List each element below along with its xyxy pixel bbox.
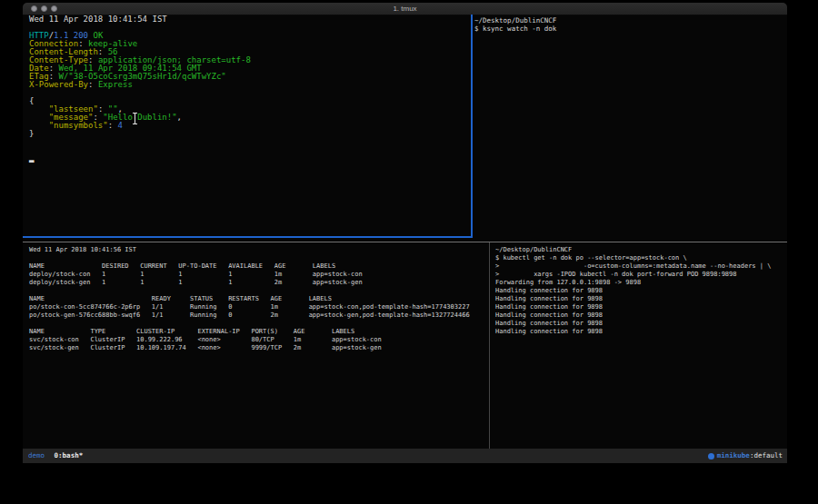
- terminal-line: Handling connection for 9898: [495, 295, 784, 303]
- terminal-line: Handling connection for 9898: [495, 303, 784, 311]
- terminal-line: [29, 287, 489, 295]
- terminal-line: po/stock-con-5cc874766c-2p6rp 1/1 Runnin…: [29, 303, 489, 311]
- kubernetes-icon: [708, 453, 714, 460]
- terminal-line: deploy/stock-con 1 1 1 1 1m app=stock-co…: [29, 271, 489, 279]
- status-right: minikube :default: [708, 449, 783, 463]
- mouse-ibeam-cursor: [132, 113, 138, 124]
- split-divider-horizontal[interactable]: [23, 242, 787, 242]
- status-left: demo 0:bash*: [28, 449, 83, 463]
- active-pane-divider-vertical[interactable]: [471, 15, 473, 236]
- terminal-line: $ kubectl get -n dok po --selector=app=s…: [495, 254, 784, 262]
- terminal-line: > xargs -IPOD kubectl -n dok port-forwar…: [495, 271, 784, 279]
- terminal-line: po/stock-gen-576cc688bb-swqf6 1/1 Runnin…: [29, 311, 489, 320]
- terminal-line: Handling connection for 9898: [495, 287, 784, 295]
- pane-port-forward[interactable]: ~/Desktop/DublinCNCF$ kubectl get -n dok…: [495, 246, 784, 336]
- terminal-line: "numsymbols": 4: [29, 122, 471, 130]
- pane-http-response[interactable]: Wed 11 Apr 2018 10:41:54 IST HTTP/1.1 20…: [29, 15, 471, 163]
- terminal-line: [29, 146, 471, 154]
- terminal-line: ~/Desktop/DublinCNCF: [474, 16, 783, 25]
- kube-namespace: :default: [750, 449, 783, 463]
- terminal-line: NAME READY STATUS RESTARTS AGE LABELS: [29, 295, 489, 303]
- split-divider-vertical[interactable]: [489, 242, 490, 449]
- terminal-line: ▂: [29, 154, 471, 163]
- terminal-line: [29, 320, 489, 328]
- window-titlebar[interactable]: 1. tmux: [23, 3, 787, 15]
- terminal-window: 1. tmux Wed 11 Apr 2018 10:41:54 IST HTT…: [23, 3, 787, 463]
- terminal-line: ~/Desktop/DublinCNCF: [495, 246, 784, 254]
- terminal-line: svc/stock-con ClusterIP 10.99.222.96 <no…: [29, 336, 489, 344]
- terminal-line: [29, 89, 471, 97]
- terminal-line: Handling connection for 9898: [495, 311, 784, 320]
- terminal-line: Handling connection for 9898: [495, 320, 784, 328]
- terminal-line: $ ksync watch -n dok: [474, 25, 783, 33]
- tmux-status-bar: demo 0:bash* minikube :default: [23, 449, 787, 463]
- kube-context: minikube: [717, 449, 750, 463]
- terminal-line: NAME DESIRED CURRENT UP-TO-DATE AVAILABL…: [29, 262, 489, 271]
- window-title: 1. tmux: [23, 3, 787, 15]
- terminal-line: [29, 254, 489, 262]
- terminal-line: > -o=custom-columns=:metadata.name --no-…: [495, 262, 784, 271]
- pane-kubectl-get[interactable]: Wed 11 Apr 2018 10:41:56 IST NAME DESIRE…: [29, 246, 489, 352]
- terminal-line: [29, 138, 471, 146]
- pane-ksync[interactable]: ~/Desktop/DublinCNCF$ ksync watch -n dok: [474, 16, 783, 33]
- terminal-line: Wed 11 Apr 2018 10:41:54 IST: [29, 15, 471, 24]
- window-name[interactable]: 0:bash*: [55, 451, 84, 460]
- active-pane-divider-horizontal[interactable]: [23, 236, 473, 238]
- terminal-line: Forwarding from 127.0.0.1:9898 -> 9898: [495, 279, 784, 287]
- terminal-line: deploy/stock-gen 1 1 1 1 2m app=stock-ge…: [29, 279, 489, 287]
- terminal-line: NAME TYPE CLUSTER-IP EXTERNAL-IP PORT(S)…: [29, 328, 489, 336]
- terminal-line: Wed 11 Apr 2018 10:41:56 IST: [29, 246, 489, 254]
- terminal-line: }: [29, 130, 471, 138]
- terminal-line: X-Powered-By: Express: [29, 81, 471, 89]
- session-name: demo: [28, 451, 45, 460]
- terminal-line: svc/stock-gen ClusterIP 10.109.197.74 <n…: [29, 344, 489, 352]
- terminal-line: Handling connection for 9898: [495, 328, 784, 336]
